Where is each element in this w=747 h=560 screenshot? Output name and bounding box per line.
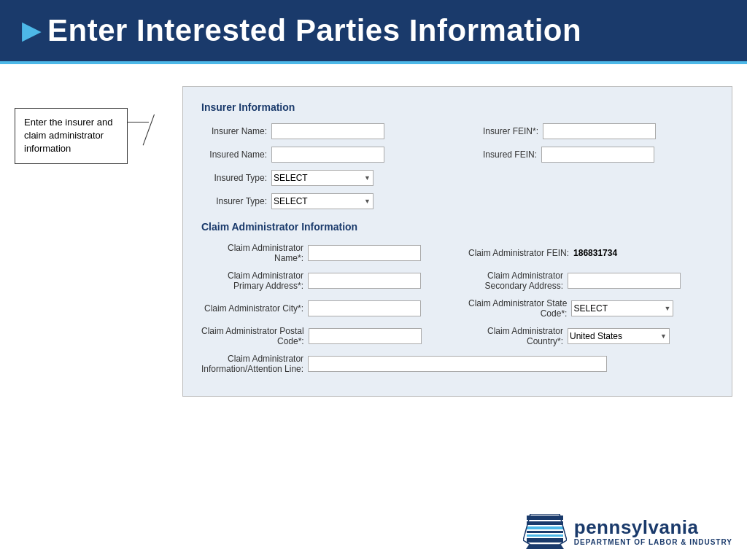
callout-arrow-line xyxy=(143,114,155,146)
ca-country-label: Claim AdministratorCountry*: xyxy=(468,326,563,346)
ca-name-label: Claim AdministratorName*: xyxy=(201,243,303,263)
pa-logo-icon xyxy=(523,514,567,549)
svg-rect-5 xyxy=(527,538,563,542)
ca-info-label: Claim AdministratorInformation/Attention… xyxy=(201,354,303,374)
svg-rect-1 xyxy=(527,521,563,525)
insurer-type-row: Insurer Type: SELECT xyxy=(201,193,713,209)
form-panel: Insurer Information Insurer Name: Insure… xyxy=(182,86,732,397)
ca-address-row: Claim AdministratorPrimary Address*: Cla… xyxy=(201,271,713,291)
insurer-fein-group: Insurer FEIN*: xyxy=(483,123,713,139)
ca-secondary-input[interactable] xyxy=(568,273,681,289)
ca-info-row: Claim AdministratorInformation/Attention… xyxy=(201,354,713,374)
ca-state-group: Claim Administrator StateCode*: SELECT xyxy=(468,298,713,319)
header: ▶ Enter Interested Parties Information xyxy=(0,0,747,61)
ca-info-input[interactable] xyxy=(308,356,607,372)
insured-type-select-wrapper: SELECT xyxy=(271,170,374,186)
insured-type-select[interactable]: SELECT xyxy=(271,170,374,186)
ca-fein-label: Claim Administrator FEIN: xyxy=(468,248,569,258)
insurer-type-group: Insurer Type: SELECT xyxy=(201,193,713,209)
footer-logo: pennsylvania DEPARTMENT OF LABOR & INDUS… xyxy=(523,514,732,549)
insured-type-group: Insured Type: SELECT xyxy=(201,170,713,186)
claim-section-title: Claim Administrator Information xyxy=(201,221,713,233)
ca-secondary-group: Claim AdministratorSecondary Address: xyxy=(468,271,713,291)
ca-country-select[interactable]: United States xyxy=(568,328,670,344)
ca-state-label: Claim Administrator StateCode*: xyxy=(468,298,567,319)
insurer-type-label: Insurer Type: xyxy=(201,196,267,206)
insured-fein-input[interactable] xyxy=(541,147,654,163)
svg-rect-3 xyxy=(527,531,563,533)
insurer-name-group: Insurer Name: xyxy=(201,123,432,139)
org-name: pennsylvania xyxy=(574,517,732,538)
ca-postal-label: Claim Administrator PostalCode*: xyxy=(201,326,304,346)
callout-text: Enter the insurer and claim administrato… xyxy=(24,117,112,154)
insurer-section-title: Insurer Information xyxy=(201,101,713,113)
ca-info-group: Claim AdministratorInformation/Attention… xyxy=(201,354,713,374)
ca-primary-label: Claim AdministratorPrimary Address*: xyxy=(201,271,303,291)
ca-postal-group: Claim Administrator PostalCode*: xyxy=(201,326,446,346)
insurer-name-row: Insurer Name: Insurer FEIN*: xyxy=(201,123,713,139)
insured-name-input[interactable] xyxy=(271,147,384,163)
svg-marker-6 xyxy=(526,545,564,549)
svg-rect-4 xyxy=(527,534,563,537)
callout-box: Enter the insurer and claim administrato… xyxy=(15,108,128,164)
ca-city-row: Claim Administrator City*: Claim Adminis… xyxy=(201,298,713,319)
ca-fein-value: 186831734 xyxy=(573,248,617,258)
ca-name-row: Claim AdministratorName*: Claim Administ… xyxy=(201,243,713,263)
header-arrow-icon: ▶ xyxy=(22,17,40,44)
insurer-type-select-wrapper: SELECT xyxy=(271,193,374,209)
ca-postal-row: Claim Administrator PostalCode*: Claim A… xyxy=(201,326,713,346)
ca-city-input[interactable] xyxy=(308,300,421,316)
svg-rect-2 xyxy=(527,526,563,529)
ca-name-input[interactable] xyxy=(308,245,421,261)
insurer-type-select[interactable]: SELECT xyxy=(271,193,374,209)
ca-state-select-wrapper: SELECT xyxy=(571,300,673,316)
insured-name-label: Insured Name: xyxy=(201,149,267,160)
insurer-fein-input[interactable] xyxy=(543,123,656,139)
ca-postal-input[interactable] xyxy=(309,328,422,344)
insurer-name-label: Insurer Name: xyxy=(201,126,267,136)
svg-rect-0 xyxy=(527,516,563,520)
insured-name-group: Insured Name: xyxy=(201,147,432,163)
ca-name-group: Claim AdministratorName*: xyxy=(201,243,446,263)
insured-type-label: Insured Type: xyxy=(201,173,267,183)
ca-fein-group: Claim Administrator FEIN: 186831734 xyxy=(468,248,713,258)
dept-name: DEPARTMENT OF LABOR & INDUSTRY xyxy=(574,538,732,546)
ca-city-group: Claim Administrator City*: xyxy=(201,300,446,316)
ca-primary-group: Claim AdministratorPrimary Address*: xyxy=(201,271,446,291)
ca-country-select-wrapper: United States xyxy=(568,328,670,344)
main-content: Enter the insurer and claim administrato… xyxy=(0,64,747,404)
insured-fein-label: Insured FEIN: xyxy=(483,149,537,160)
insurer-fein-label: Insurer FEIN*: xyxy=(483,126,538,136)
page-title: Enter Interested Parties Information xyxy=(47,13,581,48)
ca-country-group: Claim AdministratorCountry*: United Stat… xyxy=(468,326,713,346)
ca-state-select[interactable]: SELECT xyxy=(571,300,673,316)
insurer-name-input[interactable] xyxy=(271,123,384,139)
ca-primary-input[interactable] xyxy=(308,273,421,289)
ca-city-label: Claim Administrator City*: xyxy=(201,303,303,314)
insured-fein-group: Insured FEIN: xyxy=(483,147,713,163)
pa-logo-text: pennsylvania DEPARTMENT OF LABOR & INDUS… xyxy=(574,517,732,546)
ca-secondary-label: Claim AdministratorSecondary Address: xyxy=(468,271,563,291)
insured-name-row: Insured Name: Insured FEIN: xyxy=(201,147,713,163)
insured-type-row: Insured Type: SELECT xyxy=(201,170,713,186)
